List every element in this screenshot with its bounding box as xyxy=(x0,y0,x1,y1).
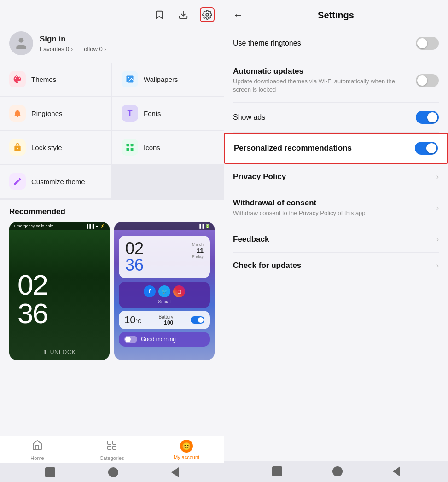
settings-list: Use theme ringtones Automatic updates Up… xyxy=(224,29,448,461)
lockstyle-icon xyxy=(9,139,26,156)
chevron-right-icon: › xyxy=(436,173,439,181)
ringtones-label: Ringtones xyxy=(31,110,63,117)
left-header xyxy=(0,0,224,27)
themes-icon xyxy=(9,71,26,87)
use-theme-ringtones-toggle[interactable] xyxy=(416,37,439,50)
withdrawal-content: Withdrawal of consent Withdraw consent t… xyxy=(233,198,436,217)
sidebar-item-fonts[interactable]: T Fonts xyxy=(112,97,224,130)
theme-previews: Emergency calls only ▐▐▐▲⚡ 02 36 ⬆ UNLOC… xyxy=(9,222,215,360)
sidebar-item-icons[interactable]: Icons xyxy=(112,131,224,164)
unlock-label: ⬆ UNLOCK xyxy=(43,349,76,355)
personalized-recommendations-toggle[interactable] xyxy=(415,142,438,155)
theme-preview-2[interactable]: ▐▐🔋 02 36 March 11 Fr xyxy=(114,222,215,360)
circle-button[interactable] xyxy=(108,467,118,477)
status-bar-2: ▐▐🔋 xyxy=(114,222,215,230)
svg-rect-11 xyxy=(113,446,116,449)
sidebar-item-themes[interactable]: Themes xyxy=(0,63,111,96)
account-avatar-icon: 😊 xyxy=(180,440,193,453)
lockstyle-label: Lock style xyxy=(31,144,62,151)
sidebar-item-customize[interactable]: Customize theme xyxy=(0,165,111,198)
system-nav-right xyxy=(224,461,448,482)
square-button[interactable] xyxy=(45,467,55,477)
svg-point-3 xyxy=(128,77,129,79)
fonts-icon: T xyxy=(122,105,138,122)
feedback-title: Feedback xyxy=(233,235,431,244)
sidebar-item-wallpapers[interactable]: Wallpapers xyxy=(112,63,224,96)
show-ads-content: Show ads xyxy=(233,113,416,122)
download-icon[interactable] xyxy=(176,7,191,22)
circle-button-right[interactable] xyxy=(332,466,343,476)
personalized-recommendations-content: Personalized recommendations xyxy=(234,144,415,153)
automatic-updates-content: Automatic updates Update downloaded them… xyxy=(233,67,416,94)
withdrawal-title: Withdrawal of consent xyxy=(233,198,431,208)
nav-item-categories[interactable]: Categories xyxy=(75,440,149,461)
svg-rect-7 xyxy=(131,148,134,151)
customize-label: Customize theme xyxy=(31,178,85,186)
gear-icon[interactable] xyxy=(200,7,215,22)
settings-item-feedback[interactable]: Feedback › xyxy=(233,226,439,253)
follow-stat[interactable]: Follow 0 › xyxy=(80,46,106,52)
sidebar-item-ringtones[interactable]: Ringtones xyxy=(0,97,111,130)
toggle-knob-4 xyxy=(426,143,436,153)
back-button-right[interactable]: ← xyxy=(233,9,243,21)
privacy-policy-content: Privacy Policy xyxy=(233,172,436,181)
left-panel: Sign in Favorites 0 › Follow 0 › Themes xyxy=(0,0,224,482)
categories-label: Categories xyxy=(99,455,124,461)
favorites-stat[interactable]: Favorites 0 › xyxy=(40,46,73,52)
automatic-updates-toggle[interactable] xyxy=(416,74,439,87)
profile-stats: Favorites 0 › Follow 0 › xyxy=(40,46,106,52)
privacy-policy-title: Privacy Policy xyxy=(233,172,431,181)
use-theme-ringtones-title: Use theme ringtones xyxy=(233,39,410,47)
bottom-navigation: Home Categories 😊 My account xyxy=(0,436,224,463)
svg-rect-6 xyxy=(127,148,129,151)
profile-info: Sign in Favorites 0 › Follow 0 › xyxy=(40,35,106,52)
profile-section: Sign in Favorites 0 › Follow 0 › xyxy=(0,27,224,63)
nav-item-myaccount[interactable]: 😊 My account xyxy=(149,440,224,461)
settings-item-withdrawal-of-consent[interactable]: Withdrawal of consent Withdraw consent t… xyxy=(233,190,439,226)
recommended-title: Recommended xyxy=(9,207,215,216)
feedback-content: Feedback xyxy=(233,235,436,244)
settings-item-privacy-policy[interactable]: Privacy Policy › xyxy=(233,164,439,190)
personalized-recommendations-title: Personalized recommendations xyxy=(234,144,409,153)
back-button[interactable] xyxy=(171,467,179,477)
toggle-knob xyxy=(417,38,427,48)
svg-rect-10 xyxy=(108,446,111,449)
settings-item-show-ads: Show ads xyxy=(233,103,439,133)
recommended-section: Recommended Emergency calls only ▐▐▐▲⚡ 0… xyxy=(0,200,224,365)
sidebar-item-lockstyle[interactable]: Lock style xyxy=(0,131,111,164)
chevron-right-icon-4: › xyxy=(436,261,439,270)
home-icon xyxy=(32,440,43,453)
theme-preview-1[interactable]: Emergency calls only ▐▐▐▲⚡ 02 36 ⬆ UNLOC… xyxy=(9,222,110,360)
toggle-knob-2 xyxy=(417,75,427,86)
square-button-right[interactable] xyxy=(272,466,282,476)
back-button-sys-right[interactable] xyxy=(393,466,400,476)
system-nav-left xyxy=(0,463,224,482)
chevron-right-icon-3: › xyxy=(436,235,439,244)
svg-rect-4 xyxy=(127,144,129,147)
wallpapers-icon xyxy=(122,71,138,87)
right-header: ← Settings xyxy=(224,0,448,29)
myaccount-label: My account xyxy=(174,454,199,460)
icons-label: Icons xyxy=(144,144,160,151)
settings-item-use-theme-ringtones: Use theme ringtones xyxy=(233,29,439,58)
wallpapers-label: Wallpapers xyxy=(144,75,178,83)
show-ads-toggle[interactable] xyxy=(416,111,439,124)
toggle-knob-3 xyxy=(427,112,437,122)
settings-item-check-for-updates[interactable]: Check for updates › xyxy=(233,253,439,279)
bookmark-icon[interactable] xyxy=(152,7,167,22)
nav-item-home[interactable]: Home xyxy=(0,440,75,461)
chevron-right-icon-2: › xyxy=(436,204,439,212)
themes-label: Themes xyxy=(31,75,56,83)
categories-icon xyxy=(106,440,117,453)
right-panel: ← Settings Use theme ringtones Automatic… xyxy=(224,0,448,482)
check-updates-title: Check for updates xyxy=(233,261,431,270)
sign-in-label[interactable]: Sign in xyxy=(40,35,106,44)
automatic-updates-title: Automatic updates xyxy=(233,67,410,76)
clock-1: 02 36 xyxy=(17,271,47,328)
svg-rect-5 xyxy=(131,144,134,147)
check-updates-content: Check for updates xyxy=(233,261,436,270)
avatar[interactable] xyxy=(9,31,33,55)
ringtones-icon xyxy=(9,105,26,122)
settings-item-automatic-updates: Automatic updates Update downloaded them… xyxy=(233,58,439,103)
settings-item-personalized-recommendations: Personalized recommendations xyxy=(224,133,448,164)
